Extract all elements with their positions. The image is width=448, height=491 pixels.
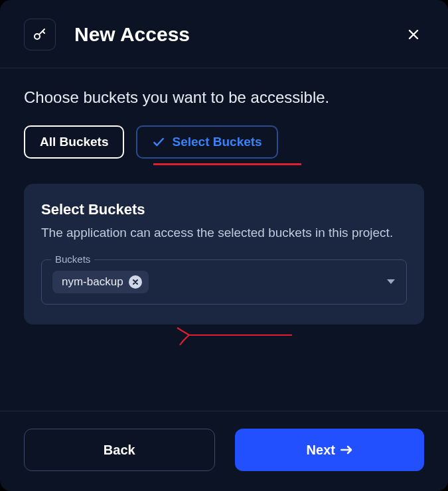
section-subtitle: Choose buckets you want to be accessible… xyxy=(24,88,424,107)
chevron-down-icon xyxy=(386,279,396,285)
modal-header: New Access xyxy=(0,0,448,68)
buckets-select[interactable]: Buckets nym-backup xyxy=(41,259,407,305)
select-buckets-card: Select Buckets The application can acces… xyxy=(24,184,424,324)
annotation-underline xyxy=(153,163,301,165)
buckets-chip-row: nym-backup xyxy=(52,271,396,293)
bucket-chip: nym-backup xyxy=(52,271,149,293)
tab-select-buckets[interactable]: Select Buckets xyxy=(136,125,277,159)
close-icon xyxy=(408,29,419,40)
x-icon xyxy=(132,279,139,285)
tab-all-buckets[interactable]: All Buckets xyxy=(24,125,124,159)
close-button[interactable] xyxy=(403,24,424,45)
modal-title: New Access xyxy=(74,23,403,46)
arrow-right-icon xyxy=(340,445,352,455)
card-title: Select Buckets xyxy=(41,201,407,218)
bucket-chip-label: nym-backup xyxy=(62,275,123,289)
key-icon-box xyxy=(24,19,56,50)
tab-label: All Buckets xyxy=(40,135,108,149)
chip-remove-button[interactable] xyxy=(129,275,142,289)
back-button-label: Back xyxy=(104,443,135,458)
modal: New Access Choose buckets you want to be… xyxy=(0,0,448,491)
scope-tabs: All Buckets Select Buckets xyxy=(24,125,424,159)
tab-label: Select Buckets xyxy=(172,135,261,149)
next-button[interactable]: Next xyxy=(235,429,425,471)
card-description: The application can access the selected … xyxy=(41,224,407,242)
modal-footer: Back Next xyxy=(0,411,448,491)
check-icon xyxy=(152,135,165,149)
next-button-label: Next xyxy=(307,443,335,458)
modal-body: Choose buckets you want to be accessible… xyxy=(0,68,448,411)
dropdown-toggle[interactable] xyxy=(386,276,396,288)
back-button[interactable]: Back xyxy=(24,429,215,471)
buckets-legend: Buckets xyxy=(51,253,94,265)
key-icon xyxy=(32,27,48,42)
